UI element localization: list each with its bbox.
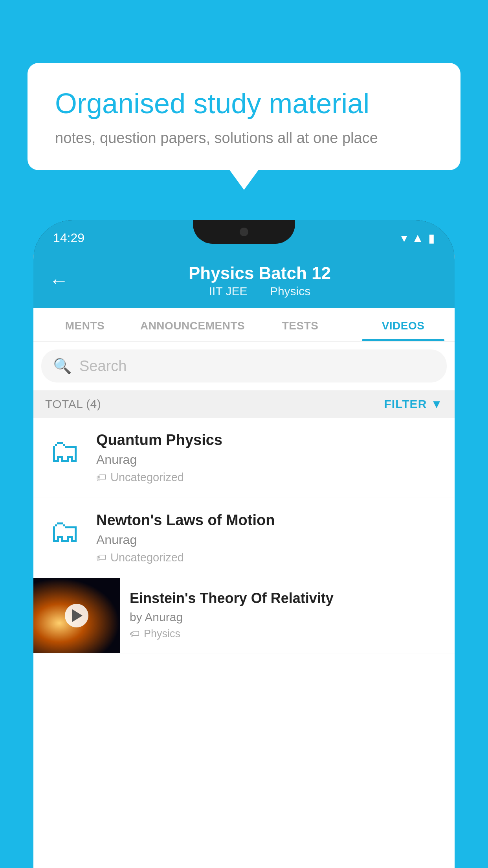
tab-announcements[interactable]: ANNOUNCEMENTS bbox=[136, 308, 249, 341]
filter-button[interactable]: FILTER ▼ bbox=[384, 397, 443, 411]
folder-icon-wrap: 🗂 bbox=[45, 432, 84, 471]
app-content: ← Physics Batch 12 IIT JEE Physics MENTS… bbox=[33, 252, 455, 868]
search-bar[interactable]: 🔍 Search bbox=[41, 349, 447, 383]
back-button[interactable]: ← bbox=[49, 269, 69, 292]
folder-icon: 🗂 bbox=[49, 433, 81, 469]
video-tag-1: 🏷 Uncategorized bbox=[96, 471, 443, 484]
video-author-2: Anurag bbox=[96, 533, 443, 547]
video-title-3: Einstein's Theory Of Relativity bbox=[130, 590, 445, 607]
search-placeholder: Search bbox=[79, 358, 127, 375]
status-time: 14:29 bbox=[53, 231, 84, 245]
video-title-1: Quantum Physics bbox=[96, 432, 443, 449]
video-list: 🗂 Quantum Physics Anurag 🏷 Uncategorized… bbox=[33, 418, 455, 653]
video-info-2: Newton's Laws of Motion Anurag 🏷 Uncateg… bbox=[96, 512, 443, 564]
folder-icon-wrap-2: 🗂 bbox=[45, 512, 84, 551]
tabs-bar: MENTS ANNOUNCEMENTS TESTS VIDEOS bbox=[33, 308, 455, 342]
subtitle-part1: IIT JEE bbox=[209, 285, 248, 298]
bubble-subtext: notes, question papers, solutions all at… bbox=[55, 130, 433, 147]
tab-ments[interactable]: MENTS bbox=[33, 308, 136, 341]
play-icon bbox=[72, 609, 83, 622]
phone-frame: 14:29 ▾ ▲ ▮ ← Physics Batch 12 IIT JEE P… bbox=[33, 220, 455, 868]
filter-icon: ▼ bbox=[431, 397, 443, 411]
app-header: ← Physics Batch 12 IIT JEE Physics bbox=[33, 252, 455, 308]
filter-label: FILTER bbox=[384, 397, 427, 411]
video-title-2: Newton's Laws of Motion bbox=[96, 512, 443, 529]
list-item[interactable]: Einstein's Theory Of Relativity by Anura… bbox=[33, 578, 455, 653]
list-item[interactable]: 🗂 Quantum Physics Anurag 🏷 Uncategorized bbox=[33, 418, 455, 498]
video-author-1: Anurag bbox=[96, 452, 443, 467]
speech-bubble: Organised study material notes, question… bbox=[28, 63, 460, 170]
video-author-3: by Anurag bbox=[130, 611, 445, 624]
video-thumbnail bbox=[33, 578, 120, 653]
search-icon: 🔍 bbox=[53, 357, 72, 375]
subtitle-part2: Physics bbox=[270, 285, 310, 298]
battery-icon: ▮ bbox=[428, 231, 435, 245]
header-title: Physics Batch 12 bbox=[81, 263, 439, 283]
tag-icon-3: 🏷 bbox=[130, 628, 140, 640]
wifi-icon: ▾ bbox=[401, 231, 407, 245]
tab-videos[interactable]: VIDEOS bbox=[352, 308, 455, 341]
tab-tests[interactable]: TESTS bbox=[249, 308, 352, 341]
play-button[interactable] bbox=[65, 604, 88, 627]
video-info-1: Quantum Physics Anurag 🏷 Uncategorized bbox=[96, 432, 443, 484]
header-title-block: Physics Batch 12 IIT JEE Physics bbox=[81, 263, 439, 298]
video-info-3: Einstein's Theory Of Relativity by Anura… bbox=[120, 578, 455, 652]
video-tag-3: 🏷 Physics bbox=[130, 628, 445, 640]
tag-icon-2: 🏷 bbox=[96, 552, 106, 564]
status-icons: ▾ ▲ ▮ bbox=[401, 231, 435, 245]
tag-icon: 🏷 bbox=[96, 471, 106, 484]
folder-icon-2: 🗂 bbox=[49, 513, 81, 550]
phone-notch bbox=[193, 220, 295, 244]
camera bbox=[240, 228, 248, 236]
video-tag-2: 🏷 Uncategorized bbox=[96, 551, 443, 564]
list-item[interactable]: 🗂 Newton's Laws of Motion Anurag 🏷 Uncat… bbox=[33, 498, 455, 578]
signal-icon: ▲ bbox=[412, 231, 424, 245]
total-count: TOTAL (4) bbox=[45, 397, 101, 411]
header-subtitle: IIT JEE Physics bbox=[81, 285, 439, 298]
filter-bar: TOTAL (4) FILTER ▼ bbox=[33, 390, 455, 418]
bubble-heading: Organised study material bbox=[55, 86, 433, 120]
